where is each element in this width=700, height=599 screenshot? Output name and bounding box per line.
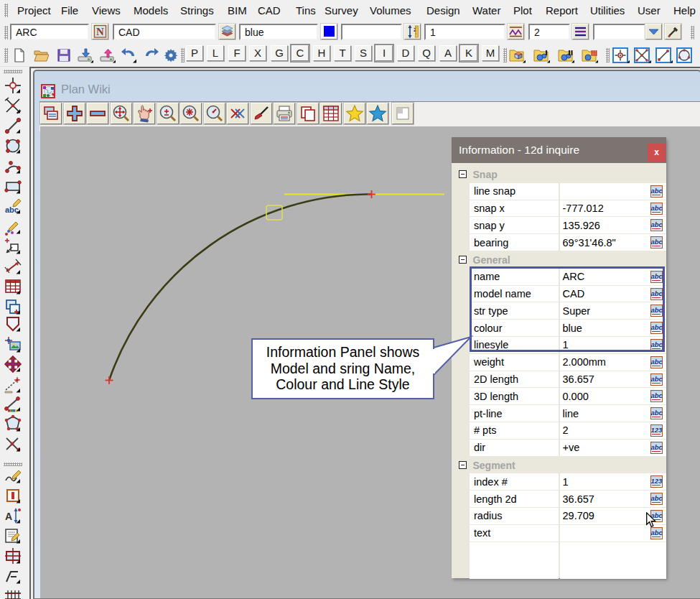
svg-text:N: N xyxy=(96,26,104,37)
svg-text:abc: abc xyxy=(5,205,19,214)
svg-text:A: A xyxy=(5,511,12,522)
